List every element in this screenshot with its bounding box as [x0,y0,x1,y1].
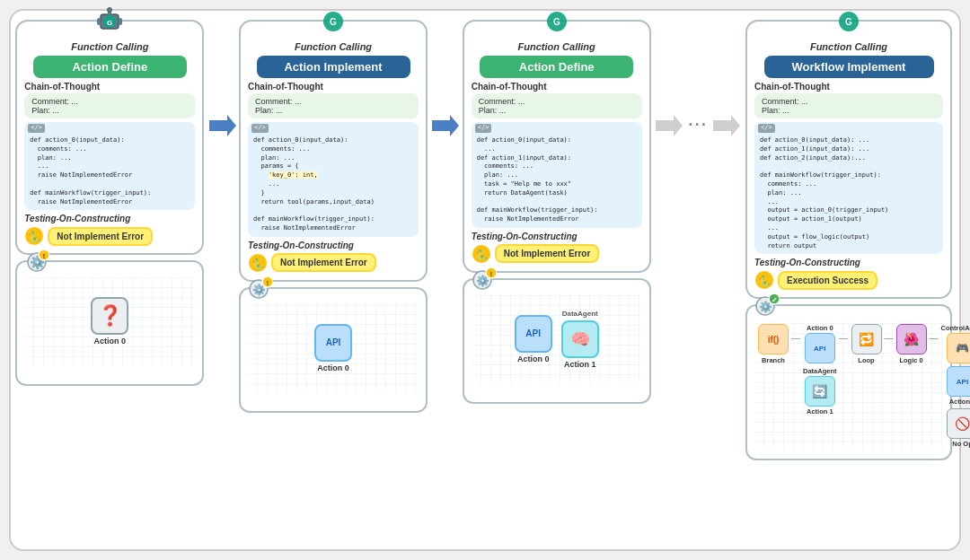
connector-3: — [885,333,894,343]
chain-line-3-1: Comment: ... [479,97,635,106]
logic-node: 🌺 Logic 0 [896,324,927,364]
top-card-3: G Function Calling Action Define Chain-o… [463,20,651,273]
robot-icon-1: G [95,7,124,36]
data-agent-label: DataAgent [803,367,837,375]
testing-section-2: Testing-On-Constructing 🐍 Not Implement … [248,241,419,273]
node-label-action0-3: Action 0 [517,354,550,363]
bottom-inner-1: ❓ Action 0 [24,276,195,366]
api-top-icon: API [805,333,835,363]
testing-label-2: Testing-On-Constructing [248,241,354,250]
chain-title-4: Chain-of-Thought [754,82,943,92]
code-content-4: def action_0(input_data): ... def action… [760,136,938,250]
svg-rect-6 [97,18,101,25]
error-badge-3: Not Implement Error [495,244,600,263]
bottom-header-1: ⚙️ ! [24,249,49,275]
noop-label: No Op [952,440,970,448]
chain-line-4-2: Plan: ... [762,106,936,115]
python-icon-1: 🐍 [24,226,44,246]
chain-line-2: Plan: ... [31,106,188,115]
node-label-action0-1: Action 0 [94,337,127,346]
code-section-1: </> def action_0(input_data): comments: … [24,122,195,210]
code-section-2: </> def action_0(input_data): comments: … [248,122,419,237]
svg-marker-25 [432,115,459,136]
chain-section-2: Comment: ... Plan: ... [248,93,419,118]
svg-text:!: ! [43,253,45,259]
column-1: G Function Calling Action Define Chain-o… [18,20,202,386]
code-section-3: </> def action_0(input_data): ... def ac… [472,122,642,228]
code-content-3: def action_0(input_data): ... def action… [477,136,637,224]
action-btn-2[interactable]: Action Implement [257,56,410,78]
action-btn-3[interactable]: Action Define [480,56,633,78]
bottom-header-2: ⚙️ ! [248,276,273,302]
function-calling-label-2: Function Calling [295,41,372,52]
action-btn-4[interactable]: Workflow Implement [764,56,934,78]
robot-icon-4: G [834,7,863,36]
arrow-2 [428,109,461,142]
svg-marker-34 [656,115,683,136]
chain-line-1: Comment: ... [31,97,188,106]
action-btn-1[interactable]: Action Define [33,56,187,78]
svg-text:🐍: 🐍 [474,248,488,261]
action1-label: Action 1 [807,407,833,416]
top-card-1: G Function Calling Action Define Chain-o… [15,20,204,255]
bottom-card-2: ⚙️ ! API Action 0 [239,287,428,413]
loop-node: 🔁 Loop [851,324,882,364]
control-agent-icon: 🎮 [947,333,970,363]
node-label-action0-2: Action 0 [317,363,349,372]
bottom-card-1: ⚙️ ! ❓ Action 0 [15,260,204,386]
column-2: G Function Calling Action Implement Chai… [242,20,426,413]
noop-node: 🚫 No Op [947,408,970,448]
column-4: G Function Calling Workflow Implement Ch… [745,20,952,460]
svg-point-5 [108,8,112,13]
code-tag-3: </> [475,124,492,133]
action2-node: API Action 2 [947,366,970,406]
data-agent-label-3: DataAgent [562,310,598,318]
connector-4: — [930,333,939,343]
svg-text:G: G [330,17,337,27]
control-agent-label: ControlAgent [941,324,970,332]
success-badge-4: Execution Success [778,271,877,290]
loop-icon: 🔁 [851,324,882,354]
center-col: Action 0 API DataAgent 🔄 Action 1 [803,324,837,416]
api-icon-2: API [314,324,352,362]
action2-label: Action 2 [949,398,970,406]
testing-section-1: Testing-On-Constructing 🐍 Not Implement … [24,214,195,246]
code-tag-2: </> [251,124,269,133]
svg-text:✓: ✓ [772,296,778,304]
svg-rect-7 [119,18,122,25]
workflow-row-4: if() Branch — Action 0 API DataAgent 🔄 [758,324,939,448]
chain-section-1: Comment: ... Plan: ... [24,93,195,118]
python-badge-3: 🐍 Not Implement Error [472,244,600,264]
chain-title-3: Chain-of-Thought [472,82,642,92]
svg-text:G: G [845,17,852,27]
bottom-card-4: ⚙️ ✓ if() Branch — Act [745,304,952,460]
bottom-inner-4: if() Branch — Action 0 API DataAgent 🔄 [754,320,943,451]
chain-line-4-1: Comment: ... [762,97,936,106]
function-calling-label-3: Function Calling [518,41,595,52]
node-action1-3: DataAgent 🧠 Action 1 [561,310,599,369]
svg-marker-16 [209,115,236,136]
python-icon-3: 🐍 [472,244,491,264]
top-card-4: G Function Calling Workflow Implement Ch… [745,20,952,299]
api-top-node: Action 0 API [805,324,835,363]
question-icon-1: ❓ [91,297,128,335]
right-col: ControlAgent 🎮 API Action 2 🚫 No Op [941,324,970,448]
svg-text:G: G [107,19,112,27]
loop-label: Loop [858,356,874,364]
main-container: G Function Calling Action Define Chain-o… [9,9,961,551]
testing-label-4: Testing-On-Constructing [754,258,860,267]
connector-1: — [791,333,800,343]
data-agent-node: DataAgent 🔄 Action 1 [803,367,837,416]
python-badge-4: 🐍 Execution Success [754,270,877,290]
testing-section-4: Testing-On-Constructing 🐍 Execution Succ… [754,258,943,290]
python-icon-2: 🐍 [248,253,268,273]
svg-marker-35 [713,115,740,136]
gear-ok-icon-4: ⚙️ ✓ [754,293,780,319]
node-action0-1: ❓ Action 0 [91,297,128,346]
testing-label-3: Testing-On-Constructing [472,232,578,241]
error-badge-1: Not Implement Error [48,227,153,246]
chain-section-4: Comment: ... Plan: ... [754,93,943,118]
column-3: G Function Calling Action Define Chain-o… [464,20,648,404]
error-badge-2: Not Implement Error [271,253,376,272]
branch-icon: if() [758,324,789,354]
